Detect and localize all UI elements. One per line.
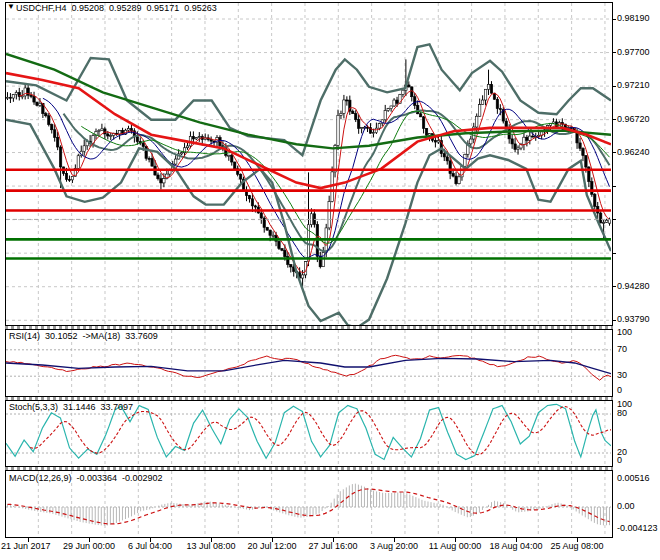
open-value: 0.95208 [72, 3, 105, 13]
rsi-name: RSI(14) [9, 331, 40, 341]
high-value: 0.95289 [109, 3, 142, 13]
rsi-axis-label: 0 [617, 385, 659, 396]
price-axis-tick [612, 152, 616, 153]
ohlc-header: USDCHF,H40.952080.952890.951710.95263 [16, 3, 222, 13]
price-axis-label: 0.97210 [617, 80, 659, 91]
macd-axis-label: -0.004123 [617, 523, 659, 534]
time-axis[interactable]: 21 Jun 201729 Jun 00:006 Jul 04:0013 Jul… [0, 538, 660, 560]
low-value: 0.95171 [147, 3, 180, 13]
rsi-ma-name: ->MA(18) [83, 331, 121, 341]
macd-signal-value: -0.002902 [122, 473, 163, 483]
time-axis-label: 11 Aug 00:00 [424, 541, 486, 552]
price-axis-label: 0.96720 [617, 114, 659, 125]
rsi-axis-label: 30 [617, 370, 659, 381]
macd-name: MACD(12,26,9) [9, 473, 72, 483]
price-axis-tick [612, 219, 616, 220]
rsi-ma-value: 33.7609 [125, 331, 158, 341]
price-axis-tick [612, 186, 616, 187]
price-axis-tick [612, 19, 616, 20]
price-axis-tick [612, 286, 616, 287]
symbol-timeframe-label: USDCHF,H4 [16, 3, 67, 13]
price-axis-tick [612, 86, 616, 87]
time-axis-label: 29 Jun 00:00 [58, 541, 120, 552]
stoch-title: Stoch(5,3,3)31.144633.7097 [9, 402, 138, 412]
time-axis-label: 6 Jul 04:00 [119, 541, 181, 552]
price-axis[interactable]: 0.981900.977000.972100.967200.962400.942… [613, 0, 660, 538]
time-axis-label: 25 Aug 08:00 [546, 541, 608, 552]
price-axis-label: 0.94280 [617, 281, 659, 292]
time-axis-label: 27 Jul 16:00 [302, 541, 364, 552]
close-value: 0.95263 [184, 3, 217, 13]
time-axis-label: 21 Jun 2017 [1, 541, 63, 552]
price-axis-label: 0.98190 [617, 13, 659, 24]
stoch-signal-value: 33.7097 [101, 402, 134, 412]
price-axis-label: 0.97700 [617, 47, 659, 58]
stoch-value: 31.1446 [63, 402, 96, 412]
rsi-axis-label: 100 [617, 327, 659, 338]
symbol-dropdown-icon[interactable]: ▼ [7, 2, 15, 11]
time-axis-label: 20 Jul 12:00 [241, 541, 303, 552]
main-chart-canvas[interactable] [6, 3, 611, 325]
rsi-axis-label: 70 [617, 344, 659, 355]
time-axis-label: 13 Jul 08:00 [180, 541, 242, 552]
price-axis-label: 0.93790 [617, 314, 659, 325]
price-axis-tick [612, 320, 616, 321]
price-axis-tick [612, 253, 616, 254]
macd-title: MACD(12,26,9)-0.003364-0.002902 [9, 473, 168, 483]
price-axis-label: 0.96240 [617, 147, 659, 158]
stoch-axis-label: 0 [617, 455, 659, 466]
stoch-name: Stoch(5,3,3) [9, 402, 58, 412]
rsi-title: RSI(14)30.1052->MA(18)33.7609 [9, 331, 163, 341]
macd-value: -0.003364 [77, 473, 118, 483]
rsi-value: 30.1052 [45, 331, 78, 341]
stoch-axis-label: 80 [617, 408, 659, 419]
macd-axis-label: 0.00 [617, 501, 659, 512]
price-axis-tick [612, 119, 616, 120]
time-axis-label: 18 Aug 04:00 [485, 541, 547, 552]
price-axis-tick [612, 52, 616, 53]
macd-axis-label: 0.00516 [617, 473, 659, 484]
chart-window: ▼ USDCHF,H40.952080.952890.951710.95263 … [0, 0, 660, 560]
time-axis-label: 3 Aug 20:00 [363, 541, 425, 552]
